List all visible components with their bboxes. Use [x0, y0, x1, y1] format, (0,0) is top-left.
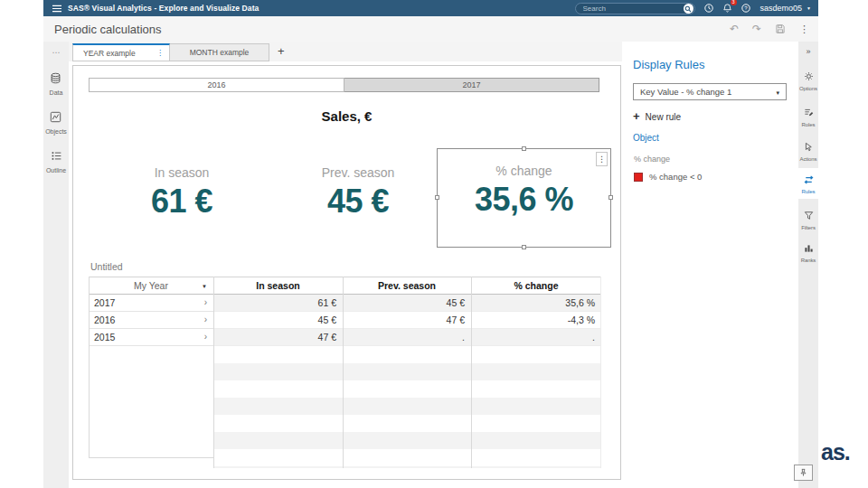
cell-year: 2017: [94, 297, 115, 308]
selection-handle[interactable]: [435, 195, 439, 200]
selection-handle[interactable]: [522, 146, 526, 151]
sas-logo: as.: [821, 439, 850, 465]
sidebar-item-data[interactable]: Data: [50, 71, 63, 96]
drill-chevron-icon[interactable]: ›: [204, 329, 207, 345]
dropdown-value: Key Value - % change 1: [640, 87, 731, 97]
options-icon: [804, 69, 814, 84]
cell-value: 45 €: [343, 295, 471, 312]
table-gridline: [343, 277, 344, 468]
drill-chevron-icon[interactable]: ›: [204, 295, 207, 311]
kpi-prev-season[interactable]: Prev. season 45 €: [277, 165, 439, 221]
page-header: Periodic calculations ↶ ↷ ⋮: [43, 16, 818, 42]
drill-chevron-icon[interactable]: ›: [204, 312, 207, 328]
rail-item-rules-active[interactable]: Rules: [798, 168, 818, 199]
data-table: My Year ▼ In season Prev. season % chang…: [89, 277, 601, 468]
kpi-label: Prev. season: [277, 165, 439, 180]
table-gridline: [213, 277, 214, 468]
cell-year: 2015: [94, 332, 115, 343]
new-rule-button[interactable]: + New rule: [633, 111, 681, 122]
selection-handle[interactable]: [609, 195, 613, 200]
tab-year-example[interactable]: YEAR example ⋮: [72, 43, 170, 61]
rule-label: % change < 0: [649, 172, 702, 182]
kpi-label: In season: [100, 165, 263, 180]
kpi-pct-change-selected[interactable]: % change 35,6 % ⋮: [437, 148, 611, 248]
undo-icon[interactable]: ↶: [730, 23, 739, 34]
column-header-my-year[interactable]: My Year ▼: [89, 277, 213, 294]
tab-kebab-icon[interactable]: ⋮: [156, 49, 164, 57]
column-header-prev-season[interactable]: Prev. season: [343, 277, 471, 294]
svg-text:?: ?: [744, 5, 748, 11]
filters-icon: [804, 208, 814, 223]
user-caret-icon[interactable]: ▼: [807, 5, 811, 11]
plus-icon: +: [633, 111, 640, 122]
pin-icon: [799, 468, 807, 477]
cell-value: 35,6 %: [471, 295, 601, 312]
actions-icon: [804, 139, 814, 155]
rail-item-label: Rules: [798, 189, 818, 194]
app-title: SAS® Visual Analytics - Explore and Visu…: [68, 4, 259, 13]
tab-month-example[interactable]: MONTH example: [170, 43, 269, 61]
collapse-panel-icon[interactable]: »: [798, 47, 818, 56]
help-icon[interactable]: ?: [741, 3, 751, 14]
rail-item-actions[interactable]: Actions: [797, 139, 820, 162]
table-gridline: [600, 277, 601, 468]
table-title: Untitled: [90, 261, 123, 272]
kpi-value: 35,6 %: [438, 181, 610, 219]
add-tab-button[interactable]: +: [278, 42, 285, 61]
object-link[interactable]: Object: [633, 133, 659, 143]
rules-icon: [803, 172, 815, 187]
rail-item-options[interactable]: Options: [797, 69, 820, 91]
user-menu[interactable]: sasdemo05: [760, 4, 803, 13]
search-input[interactable]: [576, 5, 671, 13]
button-2016[interactable]: 2016: [89, 78, 344, 92]
cell-value: .: [471, 329, 601, 346]
dropdown-caret-icon: ▾: [776, 89, 779, 97]
table-row[interactable]: 2017› 61 € 45 € 35,6 %: [89, 295, 601, 312]
recents-icon[interactable]: [703, 3, 714, 14]
column-header-label: My Year: [134, 280, 168, 291]
selection-handle[interactable]: [522, 245, 526, 249]
rail-item-roles[interactable]: Roles: [797, 105, 820, 127]
object-menu-kebab-icon[interactable]: ⋮: [596, 152, 608, 166]
redo-icon[interactable]: ↷: [752, 23, 761, 34]
sidebar-item-label: Data: [50, 89, 63, 96]
table-empty-rows: [213, 346, 601, 468]
sidebar-item-label: Outline: [46, 167, 66, 174]
column-header-in-season[interactable]: In season: [213, 277, 343, 294]
rail-item-filters[interactable]: Filters: [797, 208, 820, 230]
table-row[interactable]: 2015› 47 € . .: [89, 329, 601, 346]
table-row[interactable]: 2016› 45 € 47 € -4,3 %: [89, 312, 601, 329]
cell-value: 47 €: [343, 312, 471, 329]
cell-year: 2016: [94, 314, 115, 325]
column-header-pct-change[interactable]: % change: [471, 277, 601, 294]
hamburger-menu-icon[interactable]: [52, 5, 61, 13]
tab-label: YEAR example: [83, 49, 136, 58]
sidebar-item-outline[interactable]: Outline: [46, 149, 66, 174]
save-icon[interactable]: [775, 23, 786, 34]
column-dropdown-icon[interactable]: ▼: [202, 278, 207, 295]
notification-badge: 3: [731, 0, 737, 5]
sidebar-item-objects[interactable]: Objects: [45, 110, 67, 135]
display-rule-item[interactable]: % change < 0: [634, 172, 702, 182]
left-rail: ⋯ Data Objects Outline: [43, 42, 69, 488]
tab-label: MONTH example: [190, 48, 250, 57]
rail-grip-icon[interactable]: ⋯: [52, 49, 61, 56]
rule-selector-dropdown[interactable]: Key Value - % change 1 ▾: [633, 83, 787, 100]
table-gridline: [471, 277, 472, 468]
rail-item-label: Ranks: [797, 258, 820, 263]
outline-icon: [51, 149, 62, 165]
ranks-icon: [804, 240, 814, 256]
app-window: SAS® Visual Analytics - Explore and Visu…: [0, 0, 868, 488]
page-title: Periodic calculations: [54, 23, 162, 36]
search-icon[interactable]: [684, 4, 693, 14]
rail-item-label: Filters: [797, 225, 820, 230]
rail-item-ranks[interactable]: Ranks: [797, 240, 820, 263]
pin-panel-button[interactable]: [794, 465, 813, 481]
search-box[interactable]: [575, 3, 695, 14]
notifications-bell-icon[interactable]: 3: [722, 3, 732, 14]
kpi-value: 45 €: [277, 183, 439, 221]
button-2017-selected[interactable]: 2017: [344, 78, 599, 92]
more-options-kebab-icon[interactable]: ⋮: [799, 24, 809, 34]
kpi-value: 61 €: [100, 183, 263, 221]
kpi-in-season[interactable]: In season 61 €: [100, 165, 263, 221]
